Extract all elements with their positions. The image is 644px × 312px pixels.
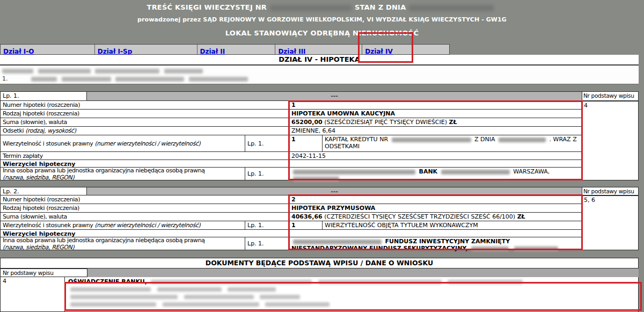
row-label: Rodzaj hipoteki (roszczenia) [1,204,289,212]
row-label: Odsetki (rodzaj, wysokość) [1,127,289,135]
redacted-text [164,69,203,74]
row-label: Inna osoba prawna lub jednostka organiza… [1,168,245,180]
request-index: 1. [2,75,8,82]
row-label: Wierzytelność i stosunek prawny (numer w… [1,135,245,151]
row-label-italic: (nazwa, siedziba, REGON) [3,244,243,251]
row-label-italic: (numer wierzytelności / wierzytelność) [94,222,200,229]
claim-sub-index: Lp. 1. [245,221,289,229]
redacted-request-line [2,67,639,75]
tab-dzial-ii-link[interactable]: Dział II [200,48,225,55]
creditor-sub-index: Lp. 1. [245,168,289,180]
row-label-italic: (nazwa, siedziba, REGON) [3,174,243,181]
row-label: Numer hipoteki (roszczenia) [1,101,289,109]
entry1-band: Lp. 1. --- Nr podstawy wpisu [0,91,639,101]
entry1-separator: --- [87,91,582,101]
entry2-basis-header: Nr podstawy wpisu [582,187,639,195]
page-header: TREŚĆ KSIĘGI WIECZYSTEJ NRSTAN Z DNIA pr… [0,0,644,44]
redacted-text [38,69,91,74]
row-label: Termin zapłaty [1,152,289,159]
redacted-text [95,69,159,74]
entry1-lp-label: Lp. 1. [0,91,87,101]
tab-dzial-i-o-link[interactable]: Dział I-O [3,48,34,55]
documents-section-title: DOKUMENTY BĘDĄCE PODSTAWĄ WPISU / DANE O… [0,258,639,269]
row-label: Inna osoba prawna lub jednostka organiza… [1,237,245,250]
creditor-sub-index: Lp. 1. [245,237,289,250]
land-register-page: TREŚĆ KSIĘGI WIECZYSTEJ NRSTAN Z DNIA pr… [0,0,644,312]
register-title-label: TREŚĆ KSIĘGI WIECZYSTEJ NR [147,3,267,11]
highlight-box-mortgage1-values [288,100,583,180]
row-label: Suma (słownie), waluta [1,213,289,221]
entry2-lp-label: Lp. 2. [0,187,87,195]
redacted-text [115,77,184,82]
claim-sub-index: Lp. 1. [245,135,289,151]
tab-dzial-iii-link[interactable]: Dział III [278,48,305,55]
entry1-basis-header: Nr podstawy wpisu [582,91,639,101]
mortgage1-basis-number: 4 [582,101,639,180]
row-label: Wierzytelność i stosunek prawny (numer w… [1,221,245,229]
mortgage2-basis-number: 5, 6 [582,195,639,250]
redacted-state-date [409,5,494,11]
document-basis-number: 4 [0,277,65,312]
redacted-text [62,77,111,82]
tab-dzial-iii[interactable]: Dział III [275,45,362,54]
highlight-box-document-description [64,282,642,311]
request-row: 1. [2,75,639,83]
register-title-line: TREŚĆ KSIĘGI WIECZYSTEJ NRSTAN Z DNIA [0,3,644,11]
redacted-register-number [270,5,352,11]
row-label: Suma (słownie), waluta [1,118,289,126]
redacted-text [189,77,248,82]
row-label-italic: (rodzaj, wysokość) [25,127,76,134]
tab-dzial-ii[interactable]: Dział II [197,45,276,54]
row-label: Rodzaj hipoteki (roszczenia) [1,110,289,118]
state-as-of-label: STAN Z DNIA [355,3,406,11]
row-label-italic: (numer wierzytelności / wierzytelność) [94,140,200,147]
row-label: Numer hipoteki (roszczenia) [1,195,289,204]
highlight-box-dzial-iv-tab [358,32,413,63]
highlight-box-mortgage2-values [288,194,583,250]
tab-dzial-i-sp[interactable]: Dział I-Sp [95,45,197,54]
documents-header-band: Nr podstawy wpisu [0,269,639,277]
property-type-line: LOKAL STANOWIĄCY ODRĘBNĄ NIERUCHOMOŚĆ [0,29,644,37]
request-info-strip: 1. [0,66,639,84]
tab-dzial-i-sp-link[interactable]: Dział I-Sp [98,48,132,55]
creditor-header: Wierzyciel hipoteczny [1,230,77,237]
court-line: prowadzonej przez SĄD REJONOWY W GORZOWI… [0,16,644,23]
section-title: DZIAŁ IV - HIPOTEKA [0,55,639,66]
redacted-text [2,69,33,74]
creditor-header: Wierzyciel hipoteczny [1,160,77,167]
tab-dzial-i-o[interactable]: Dział I-O [1,45,95,54]
documents-basis-header: Nr podstawy wpisu [0,269,87,277]
redacted-text [31,77,57,82]
